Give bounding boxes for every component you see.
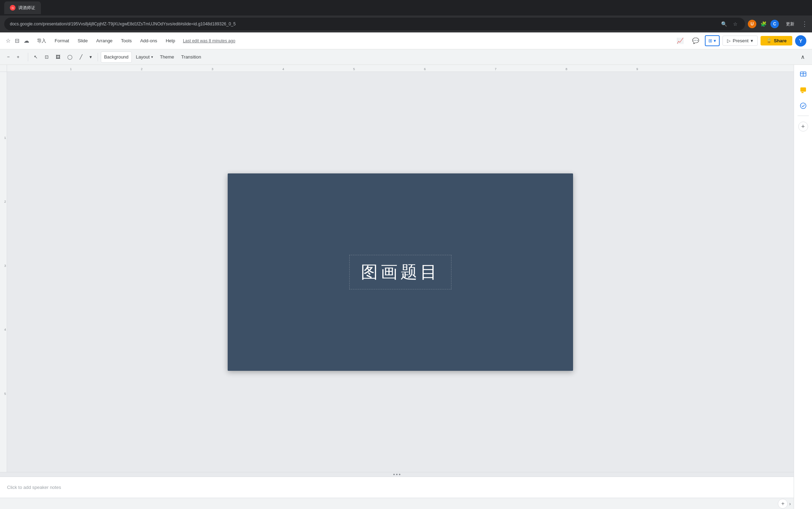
menu-item-import[interactable]: 导入 [33,36,50,46]
lock-icon: 🔒 [766,38,772,43]
chart-icon-btn[interactable]: 📈 [674,35,687,47]
present-button[interactable]: ▷ Present ▾ [722,36,758,46]
theme-button[interactable]: Theme [157,51,177,63]
menu-right: 📈 💬 ⊞ ▾ ▷ Present ▾ 🔒 Share Y [674,35,806,47]
last-edit-text[interactable]: Last edit was 8 minutes ago [183,38,235,43]
star-icon[interactable]: ☆ [6,37,11,44]
right-sidebar: + [794,65,812,509]
layout-arrow-icon: ▾ [151,55,153,59]
line-btn[interactable]: ╱ [77,51,85,63]
collapse-dot-3 [399,474,400,475]
extensions-icon[interactable]: 🧩 [759,20,768,28]
ruler-mark-2: 2 [141,67,142,71]
ruler-mark-5: 5 [353,67,355,71]
menu-items: 导入 Format Slide Arrange Tools Add-ons He… [33,36,179,46]
comment-icon-btn[interactable]: 💬 [689,35,702,47]
user-avatar[interactable]: Y [795,35,806,47]
present-icon: ▷ [727,38,731,43]
ruler-mark-7: 7 [495,67,497,71]
textbox-icon: ⊡ [45,54,49,60]
tab-title: 调酒师证 [18,5,35,11]
sidebar-check-icon[interactable] [796,99,810,113]
slide-canvas-area[interactable]: 图画题目 [7,72,794,472]
app-container: ☆ ⊟ ☁ 导入 Format Slide Arrange Tools Add-… [0,32,812,509]
collapse-dot-1 [393,474,395,475]
address-bar[interactable]: docs.google.com/presentation/d/195Vvs8j4… [4,18,745,30]
menu-item-arrange[interactable]: Arrange [93,36,116,45]
background-label: Background [104,54,128,60]
more-icon: ▾ [90,54,92,60]
browser-chrome: G 调酒师证 [0,0,812,16]
update-button[interactable]: 更新 [782,20,799,29]
select-tool-btn[interactable]: ↖ [31,51,41,63]
user-avatar-icon[interactable]: C [770,20,779,28]
slide-work-area: 1 2 3 4 5 图画题目 [0,72,794,472]
profile-icon[interactable]: U [748,20,756,28]
menu-bar: ☆ ⊟ ☁ 导入 Format Slide Arrange Tools Add-… [0,32,812,49]
ruler-horizontal: 1 2 3 4 5 6 7 8 9 [7,65,794,72]
address-bar-row: docs.google.com/presentation/d/195Vvs8j4… [0,16,812,32]
menu-item-help[interactable]: Help [162,36,179,45]
more-options-icon[interactable]: ⋮ [801,20,808,28]
slide-panel: 1 2 3 4 5 6 7 8 9 1 2 3 [0,65,794,509]
sidebar-comment-icon[interactable] [796,83,810,97]
notes-expand-icon[interactable]: › [789,501,791,507]
ruler-mark-v-3: 3 [4,264,6,268]
speaker-notes-placeholder: Click to add speaker notes [7,485,61,490]
separator-2 [98,53,98,61]
folder-icon[interactable]: ⊟ [15,37,19,44]
background-button[interactable]: Background [101,51,131,63]
transition-label: Transition [181,54,201,60]
ruler-mark-v-1: 1 [4,136,6,140]
bookmark-icon[interactable]: ☆ [731,20,739,28]
speaker-notes[interactable]: Click to add speaker notes [0,477,794,498]
zoom-in-btn[interactable]: + [14,51,23,63]
more-tools-btn[interactable]: ▾ [87,51,95,63]
browser-tab[interactable]: G 调酒师证 [4,1,41,14]
tab-favicon: G [10,5,16,11]
notes-add-button[interactable]: + [778,499,788,509]
image-btn[interactable]: 🖼 [53,51,63,63]
layout-button[interactable]: Layout ▾ [133,51,156,63]
ruler-mark-8: 8 [566,67,567,71]
menu-left: ☆ ⊟ ☁ [6,37,29,44]
sidebar-add-button[interactable]: + [798,122,808,131]
slide-view-btn[interactable]: ⊞ ▾ [705,35,720,46]
sidebar-slides-icon[interactable] [796,68,810,82]
transition-button[interactable]: Transition [178,51,204,63]
theme-label: Theme [160,54,174,60]
slide-canvas[interactable]: 图画题目 [228,173,573,371]
comment-icon-svg [800,87,807,94]
share-button[interactable]: 🔒 Share [761,36,792,45]
collapse-toolbar-btn[interactable]: ∧ [798,51,808,63]
zoom-area: − + [4,51,22,63]
collapse-dot-2 [396,474,398,475]
menu-item-addons[interactable]: Add-ons [137,36,161,45]
menu-item-format[interactable]: Format [51,36,73,45]
browser-icons: U 🧩 C 更新 ⋮ [748,20,808,29]
ruler-mark-1: 1 [70,67,72,71]
zoom-out-btn[interactable]: − [4,51,13,63]
cloud-icon[interactable]: ☁ [24,37,29,44]
search-icon[interactable]: 🔍 [720,20,728,28]
svg-rect-4 [801,92,804,93]
ruler-vertical: 1 2 3 4 5 [0,72,7,472]
shape-icon: ◯ [67,54,73,60]
ruler-mark-v-2: 2 [4,200,6,203]
shape-btn[interactable]: ◯ [64,51,75,63]
ruler-mark-v-4: 4 [4,328,6,331]
svg-point-5 [800,103,806,109]
menu-item-slide[interactable]: Slide [74,36,91,45]
separator-1 [28,53,28,61]
image-icon: 🖼 [56,54,60,60]
toolbar: − + ↖ ⊡ 🖼 ◯ ╱ ▾ Background Layout ▾ [0,49,812,65]
textbox-btn[interactable]: ⊡ [42,51,51,63]
check-icon-svg [800,102,807,109]
ruler-mark-9: 9 [636,67,638,71]
slide-title[interactable]: 图画题目 [349,255,451,289]
ruler-corner [0,65,7,72]
favicon-letter: G [12,6,14,10]
main-area: 1 2 3 4 5 6 7 8 9 1 2 3 [0,65,812,509]
line-icon: ╱ [80,54,82,60]
menu-item-tools[interactable]: Tools [117,36,135,45]
